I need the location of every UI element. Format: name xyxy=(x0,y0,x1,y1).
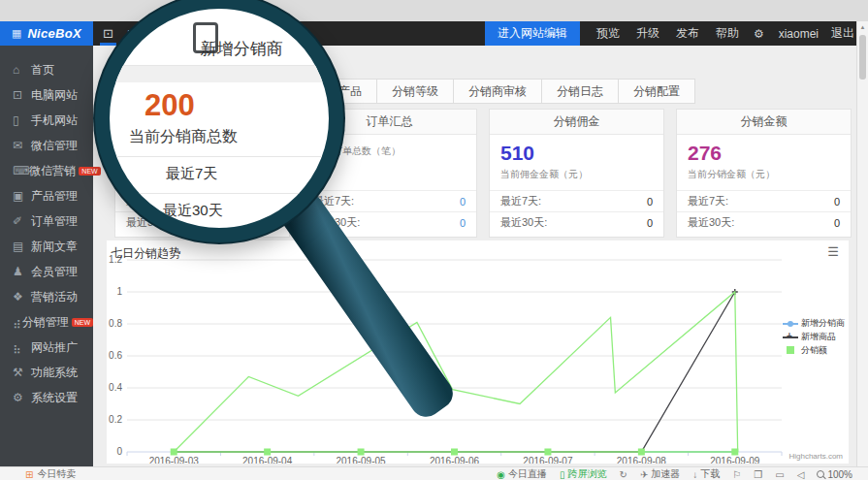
card-row-value[interactable]: 0 xyxy=(460,196,466,208)
play-circle-icon: ◉ xyxy=(497,469,505,480)
chart-menu-icon[interactable]: ☰ xyxy=(827,244,839,259)
sidebar-item-1[interactable]: ⊡ 电脑网站 xyxy=(0,82,93,108)
sale-icon: ⊞ xyxy=(25,469,33,480)
card-row-value: 0 xyxy=(834,196,840,208)
desktop-view-icon[interactable]: ⊡ xyxy=(103,21,113,46)
statusbar-item-window-icon[interactable]: ❐ xyxy=(754,469,762,480)
preview-link[interactable]: 预览 xyxy=(596,25,620,42)
logout-link[interactable]: 退出 xyxy=(831,25,854,42)
upgrade-link[interactable]: 升级 xyxy=(636,25,659,42)
sidebar-nav: ⌂ 首页⊡ 电脑网站▯ 手机网站✉ 微信管理⌨ 微信营销NEW▣ 产品管理✐ 订… xyxy=(0,46,93,466)
scroll-up-arrow-icon[interactable]: ▲ xyxy=(857,21,868,30)
tab-1[interactable]: 分销等级 xyxy=(376,79,454,104)
new-badge: NEW xyxy=(72,318,93,327)
trend-chart-panel: 七日分销趋势 ☰ 00.20.40.60.811.22016-09-032016… xyxy=(107,240,849,464)
divider xyxy=(110,193,329,194)
flag-icon: ⚐ xyxy=(732,469,741,480)
distribution-icon: ⣴ xyxy=(13,315,22,329)
sidebar-item-label: 分销管理 xyxy=(22,314,69,331)
statusbar-item-volume-icon[interactable]: ◁ xyxy=(797,469,805,480)
card-title: 分销金额 xyxy=(677,110,851,135)
card-row-1: 最近30天: 0 xyxy=(490,211,663,233)
card-row-value[interactable]: 0 xyxy=(460,217,466,229)
sidebar-item-3[interactable]: ✉ 微信管理 xyxy=(0,133,93,158)
vertical-scrollbar[interactable]: ▲ xyxy=(856,21,868,466)
distribution-dashboard-page: ▦ NiceBoX ⊡ ▯ 进入网站编辑 预览 升级 发布 帮助 ⚙ xiaom… xyxy=(0,0,868,480)
svg-text:2016-09-07: 2016-09-07 xyxy=(523,456,573,464)
card-value: 510 xyxy=(500,142,653,165)
sidebar-item-8[interactable]: ♟ 会员管理 xyxy=(0,259,93,284)
function-icon: ⚒ xyxy=(13,366,31,379)
sidebar-item-label: 首页 xyxy=(31,62,54,79)
divider-band xyxy=(110,66,329,82)
enter-site-editor-button[interactable]: 进入网站编辑 xyxy=(485,21,580,46)
statusbar-sale-item[interactable]: ⊞ 今日特卖 xyxy=(25,467,76,480)
highcharts-credit[interactable]: Highcharts.com xyxy=(788,452,843,461)
statusbar-item-加速器[interactable]: ✈加速器 xyxy=(640,467,680,480)
svg-text:2016-09-08: 2016-09-08 xyxy=(617,456,667,464)
magnified-panel-title: 新增分销商 xyxy=(154,38,329,60)
sidebar-item-5[interactable]: ▣ 产品管理 xyxy=(0,183,93,208)
tab-2[interactable]: 分销商审核 xyxy=(453,79,542,104)
statusbar-item-windows-icon[interactable]: ▭ xyxy=(775,469,784,480)
tab-4[interactable]: 分销配置 xyxy=(618,79,695,104)
sidebar-item-label: 新闻文章 xyxy=(31,239,78,255)
statusbar-item-label: 下载 xyxy=(700,467,720,480)
card-row-value: 0 xyxy=(647,217,653,229)
settings-icon: ⚙ xyxy=(13,391,31,404)
sidebar-item-12[interactable]: ⚒ 功能系统 xyxy=(0,360,93,385)
sidebar-item-7[interactable]: ▤ 新闻文章 xyxy=(0,234,93,259)
legend-label: 分销额 xyxy=(801,344,827,357)
sidebar-item-label: 系统设置 xyxy=(31,390,78,406)
tab-3[interactable]: 分销日志 xyxy=(541,79,619,104)
desktop-icon: ⊡ xyxy=(13,88,31,102)
legend-item-1[interactable]: +新增商品 xyxy=(783,331,845,343)
order-icon: ✐ xyxy=(13,214,31,228)
mobile-icon: ▯ xyxy=(13,113,31,127)
card-row-label: 最近30天: xyxy=(688,215,734,230)
sidebar-item-0[interactable]: ⌂ 首页 xyxy=(0,57,93,82)
gear-icon[interactable]: ⚙ xyxy=(754,27,764,41)
svg-text:2016-09-04: 2016-09-04 xyxy=(242,456,293,464)
rocket-icon: ✈ xyxy=(640,469,648,480)
bottom-statusbar: ⊞ 今日特卖 ◉今日直播▯跨屏浏览↻✈加速器↓下载⚐❐▭◁100% xyxy=(0,466,868,480)
legend-square-marker xyxy=(783,346,798,355)
sidebar-item-11[interactable]: ⣦ 网站推广 xyxy=(0,335,93,360)
sidebar-item-13[interactable]: ⚙ 系统设置 xyxy=(0,385,93,410)
card-title: 分销佣金 xyxy=(490,110,663,135)
statusbar-item-100%[interactable]: 100% xyxy=(817,469,852,480)
legend-item-2[interactable]: 分销额 xyxy=(783,344,845,357)
statusbar-item-label: 今日直播 xyxy=(508,467,547,480)
sidebar-item-9[interactable]: ❖ 营销活动 xyxy=(0,284,93,309)
publish-link[interactable]: 发布 xyxy=(676,25,699,42)
legend-line-dot-marker xyxy=(783,319,798,328)
sidebar-item-4[interactable]: ⌨ 微信营销NEW xyxy=(0,158,93,183)
svg-text:2016-09-06: 2016-09-06 xyxy=(430,456,480,464)
card-row-label: 最近30天: xyxy=(500,215,547,230)
distribution-tabs: 分销产品分销等级分销商审核分销日志分销配置 xyxy=(301,79,695,104)
sidebar-item-6[interactable]: ✐ 订单管理 xyxy=(0,208,93,234)
username-label[interactable]: xiaomei xyxy=(779,27,819,41)
card-body: 510 当前佣金金额（元） xyxy=(490,135,663,190)
home-icon: ⌂ xyxy=(13,63,31,77)
statusbar-item-refresh-icon[interactable]: ↻ xyxy=(620,469,627,480)
app-logo[interactable]: ▦ NiceBoX xyxy=(0,21,93,46)
legend-item-0[interactable]: 新增分销商 xyxy=(783,317,845,330)
sidebar-item-2[interactable]: ▯ 手机网站 xyxy=(0,108,93,133)
help-link[interactable]: 帮助 xyxy=(716,25,739,42)
chart-title: 七日分销趋势 xyxy=(111,245,180,262)
statusbar-item-跨屏浏览[interactable]: ▯跨屏浏览 xyxy=(560,467,607,480)
statusbar-item-flag-icon[interactable]: ⚐ xyxy=(732,469,741,480)
statusbar-item-今日直播[interactable]: ◉今日直播 xyxy=(497,467,547,480)
magnified-row-7days: 最近7天 xyxy=(166,165,217,183)
sidebar-item-label: 会员管理 xyxy=(31,264,78,280)
sidebar-item-10[interactable]: ⣴ 分销管理NEW xyxy=(0,309,93,335)
divider xyxy=(110,156,329,157)
svg-text:1: 1 xyxy=(116,286,122,297)
statusbar-item-下载[interactable]: ↓下载 xyxy=(692,467,720,480)
magnifier-lens: 新增分销商 200 当前分销商总数 最近7天 最近30天 xyxy=(95,0,343,242)
scrollbar-thumb[interactable] xyxy=(859,35,866,80)
promotion-icon: ⣦ xyxy=(13,340,31,354)
card-row-1: 最近30天: 0 xyxy=(677,211,851,233)
card-row-0: 最近7天: 0 xyxy=(677,190,851,211)
